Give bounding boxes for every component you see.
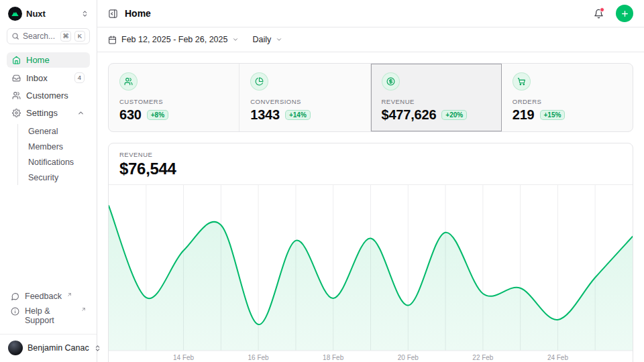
calendar-icon	[108, 36, 117, 44]
chart-body: 14 Feb16 Feb18 Feb20 Feb22 Feb24 Feb	[109, 185, 633, 362]
stat-value: $477,626	[382, 107, 437, 123]
plus-icon	[621, 9, 629, 18]
content: CUSTOMERS 630 +8% CONVERSIONS 1343 +14%	[97, 52, 644, 362]
users-icon	[12, 91, 21, 100]
home-icon	[12, 56, 21, 64]
shopping-cart-icon	[513, 72, 531, 90]
add-button[interactable]	[616, 5, 633, 22]
stat-card-revenue[interactable]: REVENUE $477,626 +20%	[371, 64, 502, 131]
pie-chart-icon	[250, 72, 268, 90]
sidebar-item-settings[interactable]: Settings	[7, 105, 90, 121]
team-selector[interactable]: Nuxt	[7, 7, 90, 21]
date-range-picker[interactable]: Feb 12, 2025 - Feb 26, 2025	[108, 35, 239, 44]
inbox-count-badge: 4	[74, 72, 85, 83]
circle-dollar-icon	[382, 72, 400, 90]
divider	[0, 334, 97, 335]
sidebar-item-home[interactable]: Home	[7, 52, 90, 68]
external-link-icon	[81, 307, 86, 312]
revenue-chart[interactable]: 14 Feb16 Feb18 Feb20 Feb22 Feb24 Feb	[109, 185, 633, 362]
svg-text:24 Feb: 24 Feb	[547, 354, 569, 361]
help-support-link[interactable]: Help & Support	[7, 304, 90, 328]
subnav-item-members[interactable]: Members	[27, 139, 90, 154]
kbd-k: K	[74, 31, 85, 42]
period-select[interactable]: Daily	[252, 35, 282, 44]
revenue-chart-card: REVENUE $76,544 14 Feb16 Feb18 Feb20 Feb…	[108, 143, 633, 362]
delta-badge: +14%	[285, 110, 311, 120]
inbox-icon	[12, 74, 21, 82]
dashboard-app: Nuxt ⌘ K Home Inbo	[0, 0, 644, 362]
collapse-sidebar-icon[interactable]	[108, 9, 118, 19]
svg-text:14 Feb: 14 Feb	[173, 354, 195, 361]
stat-card-conversions[interactable]: CONVERSIONS 1343 +14%	[239, 64, 370, 131]
svg-text:16 Feb: 16 Feb	[248, 354, 270, 361]
notifications-button[interactable]	[594, 9, 604, 19]
avatar	[8, 341, 23, 355]
sidebar-nav: Home Inbox 4 Customers Settings	[7, 52, 90, 186]
info-circle-icon	[11, 307, 19, 316]
nuxt-logo-icon	[8, 7, 22, 21]
topbar: Home	[97, 0, 644, 27]
user-name: Benjamin Canac	[28, 343, 89, 353]
subnav-item-general[interactable]: General	[27, 124, 90, 139]
subnav-item-security[interactable]: Security	[27, 170, 90, 185]
stat-value: 630	[119, 107, 142, 123]
delta-badge: +20%	[441, 110, 467, 120]
chevrons-up-down-icon	[81, 10, 89, 17]
gear-icon	[12, 109, 21, 117]
users-icon	[119, 72, 138, 90]
page-title: Home	[125, 8, 587, 19]
search-input[interactable]	[23, 32, 57, 41]
stats-row: CUSTOMERS 630 +8% CONVERSIONS 1343 +14%	[108, 63, 633, 132]
filter-bar: Feb 12, 2025 - Feb 26, 2025 Daily	[97, 27, 644, 52]
chevron-up-icon	[77, 109, 85, 117]
chart-title: REVENUE	[119, 151, 622, 158]
message-circle-icon	[11, 292, 19, 301]
settings-subnav: General Members Notifications Security	[17, 124, 90, 185]
sidebar-item-customers[interactable]: Customers	[7, 88, 90, 103]
sidebar-spacer	[7, 186, 90, 289]
user-menu[interactable]: Benjamin Canac	[7, 341, 90, 355]
stat-card-customers[interactable]: CUSTOMERS 630 +8%	[109, 64, 239, 131]
delta-badge: +15%	[540, 110, 566, 120]
chevron-down-icon	[276, 36, 282, 43]
sidebar-item-inbox[interactable]: Inbox 4	[7, 70, 90, 86]
svg-text:18 Feb: 18 Feb	[323, 354, 344, 361]
external-link-icon	[67, 292, 72, 297]
team-name: Nuxt	[26, 9, 77, 19]
chart-header: REVENUE $76,544	[109, 143, 633, 185]
kbd-cmd: ⌘	[60, 31, 71, 42]
sidebar: Nuxt ⌘ K Home Inbo	[0, 0, 97, 362]
search-box[interactable]: ⌘ K	[7, 28, 90, 44]
subnav-item-notifications[interactable]: Notifications	[27, 155, 90, 170]
delta-badge: +8%	[147, 110, 168, 120]
search-icon	[11, 32, 19, 40]
stat-value: 219	[513, 107, 535, 123]
svg-text:20 Feb: 20 Feb	[398, 354, 419, 361]
chevron-down-icon	[232, 36, 239, 43]
stat-value: 1343	[250, 107, 280, 123]
main-area: Home Feb 12, 2025 - Feb 26, 2025 Daily	[97, 0, 644, 362]
chart-value: $76,544	[119, 160, 622, 178]
svg-text:22 Feb: 22 Feb	[472, 354, 494, 361]
notification-dot	[600, 7, 604, 12]
stat-card-orders[interactable]: ORDERS 219 +15%	[502, 64, 633, 131]
feedback-link[interactable]: Feedback	[7, 289, 90, 304]
